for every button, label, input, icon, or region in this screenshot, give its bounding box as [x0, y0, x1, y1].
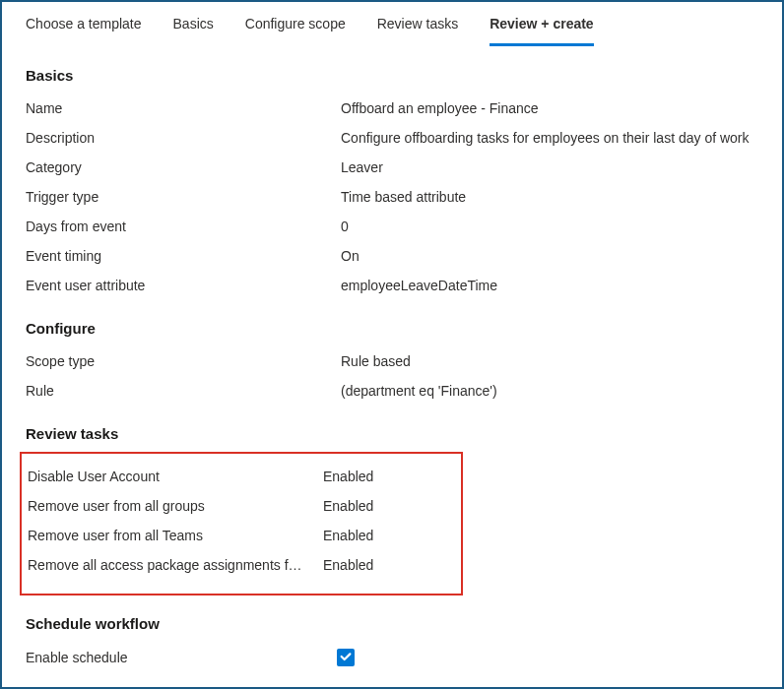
- label-event-timing: Event timing: [26, 248, 341, 264]
- tab-review-create[interactable]: Review + create: [490, 16, 593, 46]
- row-enable-schedule: Enable schedule: [26, 642, 758, 673]
- value-days-from-event: 0: [341, 219, 349, 234]
- checkmark-icon: [339, 650, 353, 666]
- task-label: Remove all access package assignments f…: [28, 557, 323, 573]
- row-rule: Rule (department eq 'Finance'): [26, 376, 758, 406]
- task-status: Enabled: [323, 498, 373, 514]
- tab-basics[interactable]: Basics: [173, 16, 214, 46]
- tab-choose-template[interactable]: Choose a template: [26, 16, 142, 46]
- value-trigger-type: Time based attribute: [341, 189, 466, 205]
- value-rule: (department eq 'Finance'): [341, 383, 497, 399]
- value-category: Leaver: [341, 159, 383, 175]
- row-scope-type: Scope type Rule based: [26, 346, 758, 376]
- task-status: Enabled: [323, 557, 373, 573]
- label-trigger-type: Trigger type: [26, 189, 341, 205]
- section-basics-header: Basics: [26, 67, 758, 84]
- row-category: Category Leaver: [26, 153, 758, 182]
- label-rule: Rule: [26, 383, 341, 399]
- task-label: Remove user from all groups: [28, 498, 323, 514]
- row-days-from-event: Days from event 0: [26, 212, 758, 241]
- label-description: Description: [26, 130, 341, 146]
- row-description: Description Configure offboarding tasks …: [26, 123, 758, 153]
- row-name: Name Offboard an employee - Finance: [26, 94, 758, 123]
- label-enable-schedule: Enable schedule: [26, 650, 341, 665]
- label-days-from-event: Days from event: [26, 219, 341, 234]
- value-description: Configure offboarding tasks for employee…: [341, 130, 750, 146]
- checkbox-enable-schedule[interactable]: [337, 649, 355, 666]
- tab-review-tasks[interactable]: Review tasks: [377, 16, 458, 46]
- value-scope-type: Rule based: [341, 353, 411, 369]
- label-name: Name: [26, 100, 341, 116]
- task-row: Remove user from all groups Enabled: [26, 491, 457, 521]
- section-schedule-workflow-header: Schedule workflow: [26, 615, 758, 632]
- task-row: Remove user from all Teams Enabled: [26, 521, 457, 550]
- section-review-tasks-header: Review tasks: [26, 425, 758, 442]
- tab-configure-scope[interactable]: Configure scope: [245, 16, 346, 46]
- value-event-timing: On: [341, 248, 359, 264]
- task-label: Remove user from all Teams: [28, 528, 323, 543]
- row-event-user-attribute: Event user attribute employeeLeaveDateTi…: [26, 271, 758, 300]
- label-scope-type: Scope type: [26, 353, 341, 369]
- task-label: Disable User Account: [28, 469, 323, 484]
- label-category: Category: [26, 159, 341, 175]
- value-event-user-attribute: employeeLeaveDateTime: [341, 278, 497, 293]
- row-event-timing: Event timing On: [26, 241, 758, 271]
- tab-bar: Choose a template Basics Configure scope…: [2, 2, 782, 47]
- task-status: Enabled: [323, 469, 373, 484]
- label-event-user-attribute: Event user attribute: [26, 278, 341, 293]
- task-row: Remove all access package assignments f……: [26, 550, 457, 580]
- task-row: Disable User Account Enabled: [26, 462, 457, 491]
- section-configure-header: Configure: [26, 320, 758, 337]
- task-status: Enabled: [323, 528, 373, 543]
- content-area: Basics Name Offboard an employee - Finan…: [2, 47, 782, 689]
- row-trigger-type: Trigger type Time based attribute: [26, 182, 758, 212]
- review-tasks-highlight: Disable User Account Enabled Remove user…: [20, 452, 463, 595]
- value-name: Offboard an employee - Finance: [341, 100, 539, 116]
